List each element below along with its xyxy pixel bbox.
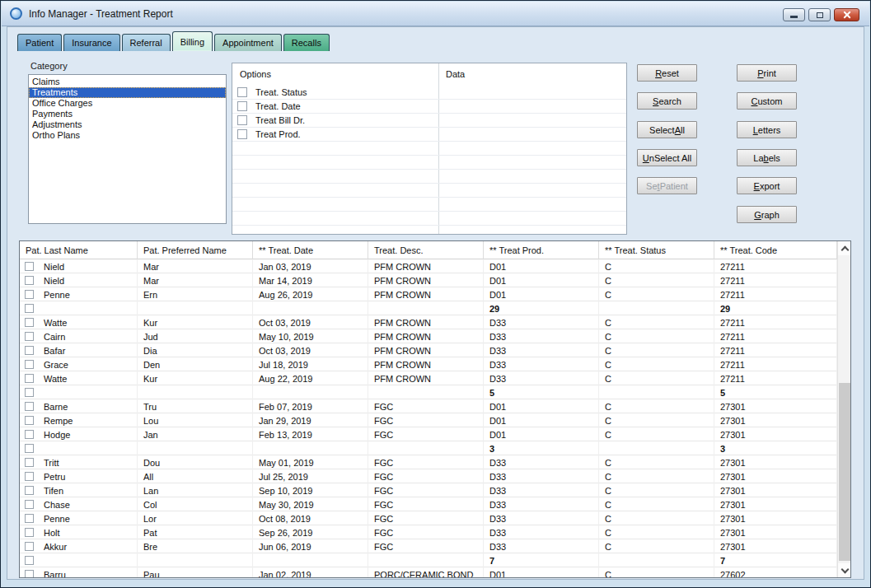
row-checkbox[interactable] — [25, 542, 34, 551]
cell — [599, 385, 714, 399]
search-button[interactable]: Search — [637, 92, 697, 110]
row-checkbox[interactable] — [25, 304, 34, 313]
row-checkbox[interactable] — [25, 360, 34, 369]
row-checkbox[interactable] — [25, 430, 34, 439]
row-checkbox[interactable] — [25, 444, 34, 453]
option-checkbox-treat-bill-dr[interactable] — [237, 115, 247, 125]
column-header-pat-last-name[interactable]: Pat. Last Name — [20, 241, 138, 259]
row-checkbox[interactable] — [25, 500, 34, 509]
cell-text: Grace — [44, 360, 68, 370]
row-checkbox[interactable] — [25, 528, 34, 537]
row-checkbox[interactable] — [25, 402, 34, 411]
select-all-button[interactable]: Select All — [637, 121, 697, 138]
tab-referral[interactable]: Referral — [122, 34, 171, 51]
subtotal-row[interactable]: 55 — [20, 385, 837, 399]
unselect-all-button[interactable]: UnSelect All — [637, 149, 697, 166]
scroll-up-button[interactable] — [838, 241, 851, 255]
option-row-treat-prod[interactable]: Treat Prod. — [232, 128, 626, 142]
category-item-treatments[interactable]: Treatments — [29, 87, 226, 98]
row-checkbox[interactable] — [25, 276, 34, 285]
table-row[interactable]: WatteKurAug 22, 2019PFM CROWND33C27211 — [20, 371, 837, 385]
print-button[interactable]: Print — [737, 64, 797, 82]
row-checkbox[interactable] — [25, 556, 34, 565]
custom-button[interactable]: Custom — [737, 92, 797, 110]
title-bar[interactable]: Info Manager - Treatment Report — [2, 2, 869, 26]
column-header-pat-preferred-name[interactable]: Pat. Preferred Name — [138, 241, 253, 259]
column-header-treat-date[interactable]: ** Treat. Date — [253, 241, 368, 259]
minimize-button[interactable] — [783, 8, 805, 21]
row-checkbox[interactable] — [25, 332, 34, 341]
category-item-payments[interactable]: Payments — [29, 109, 226, 119]
category-item-claims[interactable]: Claims — [29, 77, 226, 87]
subtotal-row[interactable]: 33 — [20, 441, 837, 455]
labels-button[interactable]: Labels — [737, 149, 797, 166]
graph-button[interactable]: Graph — [737, 206, 797, 223]
table-row[interactable]: WatteKurOct 03, 2019PFM CROWND33C27211 — [20, 315, 837, 329]
tab-appointment[interactable]: Appointment — [214, 34, 282, 51]
table-row[interactable]: BarneTruFeb 07, 2019FGCD01C27301 — [20, 399, 837, 413]
row-checkbox[interactable] — [25, 472, 34, 481]
table-row[interactable]: TrittDouMay 01, 2019FGCD33C27301 — [20, 455, 837, 469]
export-button[interactable]: Export — [737, 177, 797, 194]
option-row-treat-status[interactable]: Treat. Status — [232, 86, 626, 100]
table-row[interactable]: HoltPatSep 26, 2019FGCD33C27301 — [20, 525, 837, 539]
option-checkbox-treat-date[interactable] — [237, 101, 247, 111]
subtotal-row[interactable]: 77 — [20, 553, 837, 567]
cell: Lan — [138, 483, 253, 497]
row-checkbox[interactable] — [25, 514, 34, 523]
subtotal-row[interactable]: 2929 — [20, 301, 837, 315]
tab-insurance[interactable]: Insurance — [63, 34, 119, 51]
tab-patient[interactable]: Patient — [17, 34, 62, 51]
column-header-treat-status[interactable]: ** Treat. Status — [599, 241, 714, 259]
scrollbar-thumb[interactable] — [839, 383, 850, 561]
table-row[interactable]: ChaseColMay 30, 2019FGCD33C27301 — [20, 497, 837, 511]
option-checkbox-treat-prod[interactable] — [237, 129, 247, 139]
table-row[interactable]: PenneErnAug 26, 2019PFM CROWND01C27211 — [20, 287, 837, 301]
column-header-treat-prod[interactable]: ** Treat Prod. — [484, 241, 599, 259]
row-checkbox[interactable] — [25, 416, 34, 425]
category-item-ortho-plans[interactable]: Ortho Plans — [29, 130, 226, 141]
column-header-treat-desc[interactable]: Treat. Desc. — [368, 241, 484, 259]
category-item-office-charges[interactable]: Office Charges — [29, 98, 226, 109]
table-row[interactable]: NieldMarMar 14, 2019PFM CROWND01C27211 — [20, 273, 837, 287]
table-row[interactable]: PetruAllJul 25, 2019FGCD33C27301 — [20, 469, 837, 483]
row-checkbox[interactable] — [25, 570, 34, 577]
table-row[interactable]: PenneLorOct 08, 2019FGCD33C27301 — [20, 511, 837, 525]
option-row-treat-date[interactable]: Treat. Date — [232, 100, 626, 114]
close-button[interactable] — [834, 8, 859, 21]
row-checkbox[interactable] — [25, 458, 34, 467]
cell: D33 — [484, 315, 599, 329]
tab-billing[interactable]: Billing — [172, 31, 213, 51]
table-row[interactable]: NieldMarJan 03, 2019PFM CROWND01C27211 — [20, 259, 837, 273]
column-header-treat-code[interactable]: ** Treat. Code — [714, 241, 837, 259]
table-row[interactable]: BarruPauJan 02, 2019PORC/CERAMIC BONDD01… — [20, 567, 837, 577]
maximize-button[interactable] — [808, 8, 831, 21]
row-checkbox[interactable] — [25, 318, 34, 327]
cell: Pat — [138, 525, 253, 539]
grid-scrollbar[interactable] — [837, 241, 850, 577]
cell: Kur — [138, 371, 253, 385]
category-item-adjustments[interactable]: Adjustments — [29, 119, 226, 130]
table-row[interactable]: CairnJudMay 10, 2019PFM CROWND33C27211 — [20, 329, 837, 343]
tab-recalls[interactable]: Recalls — [283, 34, 330, 51]
row-checkbox[interactable] — [25, 374, 34, 383]
row-checkbox[interactable] — [25, 388, 34, 397]
row-checkbox[interactable] — [25, 486, 34, 495]
option-checkbox-treat-status[interactable] — [237, 87, 247, 97]
reset-button[interactable]: Reset — [637, 64, 697, 82]
cell: FGC — [368, 413, 484, 427]
letters-button[interactable]: Letters — [737, 121, 797, 138]
table-row[interactable]: RempeLouJan 29, 2019FGCD01C27301 — [20, 413, 837, 427]
option-row-treat-bill-dr[interactable]: Treat Bill Dr. — [232, 114, 626, 128]
row-checkbox[interactable] — [25, 346, 34, 355]
table-row[interactable]: BafarDiaOct 03, 2019PFM CROWND33C27211 — [20, 343, 837, 357]
table-row[interactable]: TifenLanSep 10, 2019FGCD33C27301 — [20, 483, 837, 497]
cell: Grace — [20, 357, 138, 371]
row-checkbox[interactable] — [25, 290, 34, 299]
table-row[interactable]: AkkurBreJun 06, 2019FGCD33C27301 — [20, 539, 837, 553]
row-checkbox[interactable] — [25, 262, 34, 271]
table-row[interactable]: GraceDenJul 18, 2019PFM CROWND33C27211 — [20, 357, 837, 371]
table-row[interactable]: HodgeJanFeb 13, 2019FGCD01C27301 — [20, 427, 837, 441]
scroll-down-button[interactable] — [838, 563, 851, 577]
category-listbox[interactable]: ClaimsTreatmentsOffice ChargesPaymentsAd… — [28, 74, 227, 224]
